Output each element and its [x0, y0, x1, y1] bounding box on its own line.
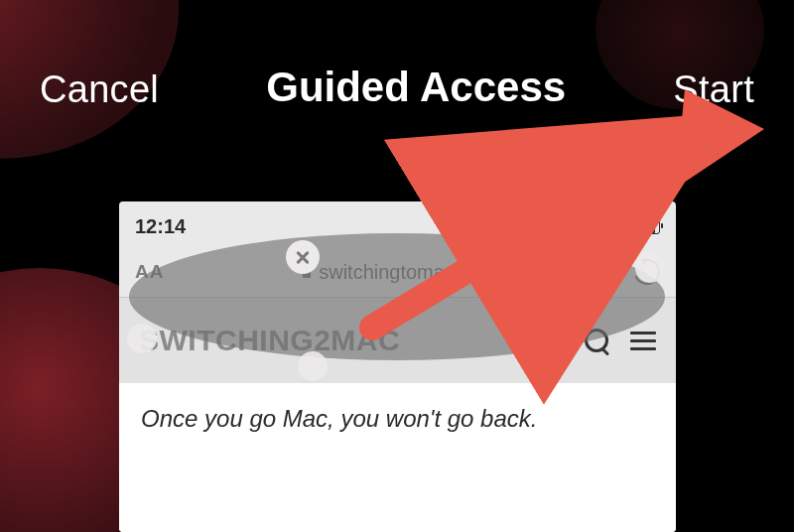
wifi-icon: [604, 220, 624, 234]
cancel-button[interactable]: Cancel: [40, 68, 159, 111]
screenshot-stage: Cancel Guided Access Start 12:14 AA swit…: [0, 0, 794, 532]
resize-handle[interactable]: [127, 324, 157, 353]
menu-icon[interactable]: [630, 332, 656, 350]
page-body: Once you go Mac, you won't go back.: [119, 383, 676, 532]
page-title: Guided Access: [266, 64, 566, 111]
start-button[interactable]: Start: [673, 68, 754, 111]
close-icon[interactable]: [286, 240, 320, 274]
resize-handle[interactable]: [298, 351, 328, 381]
status-time: 12:14: [135, 215, 186, 238]
resize-handle[interactable]: [635, 253, 665, 283]
status-icons: [577, 219, 660, 234]
restricted-area-ellipse[interactable]: [129, 233, 665, 360]
site-tagline: Once you go Mac, you won't go back.: [141, 405, 654, 433]
signal-icon: [577, 220, 598, 234]
guided-access-navbar: Cancel Guided Access Start: [0, 0, 794, 179]
battery-icon: [630, 219, 660, 234]
